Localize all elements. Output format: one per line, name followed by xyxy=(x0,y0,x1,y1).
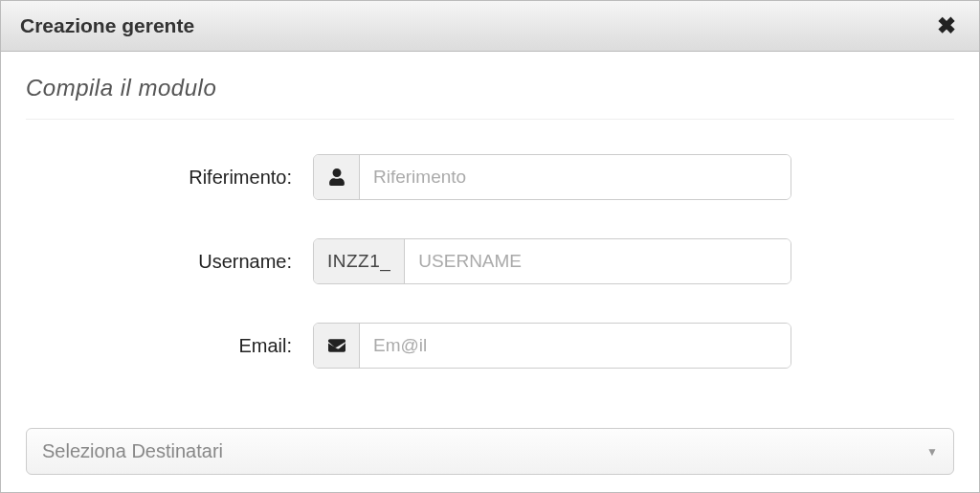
username-input[interactable] xyxy=(405,239,791,283)
group-email xyxy=(313,323,791,369)
row-email: Email: xyxy=(26,323,954,369)
row-riferimento: Riferimento: xyxy=(26,154,954,200)
dialog-content: Compila il modulo Riferimento: Username:… xyxy=(1,52,979,492)
email-input[interactable] xyxy=(360,324,791,368)
row-destinatari: Seleziona Destinatari ▼ xyxy=(26,428,954,475)
form-subtitle: Compila il modulo xyxy=(26,75,954,120)
label-username: Username: xyxy=(26,251,313,273)
dialog: Creazione gerente ✖ Compila il modulo Ri… xyxy=(0,0,980,493)
group-riferimento xyxy=(313,154,791,200)
close-icon[interactable]: ✖ xyxy=(933,14,960,37)
envelope-icon xyxy=(314,324,360,368)
dialog-titlebar: Creazione gerente ✖ xyxy=(1,1,979,52)
user-icon xyxy=(314,155,360,199)
username-prefix: INZZ1_ xyxy=(314,239,405,283)
chevron-down-icon: ▼ xyxy=(926,445,938,459)
label-riferimento: Riferimento: xyxy=(26,167,313,189)
dialog-title: Creazione gerente xyxy=(20,14,194,37)
destinatari-select[interactable]: Seleziona Destinatari ▼ xyxy=(26,428,954,475)
group-username: INZZ1_ xyxy=(313,238,791,284)
row-username: Username: INZZ1_ xyxy=(26,238,954,284)
destinatari-placeholder: Seleziona Destinatari xyxy=(42,440,223,462)
label-email: Email: xyxy=(26,335,313,357)
riferimento-input[interactable] xyxy=(360,155,791,199)
